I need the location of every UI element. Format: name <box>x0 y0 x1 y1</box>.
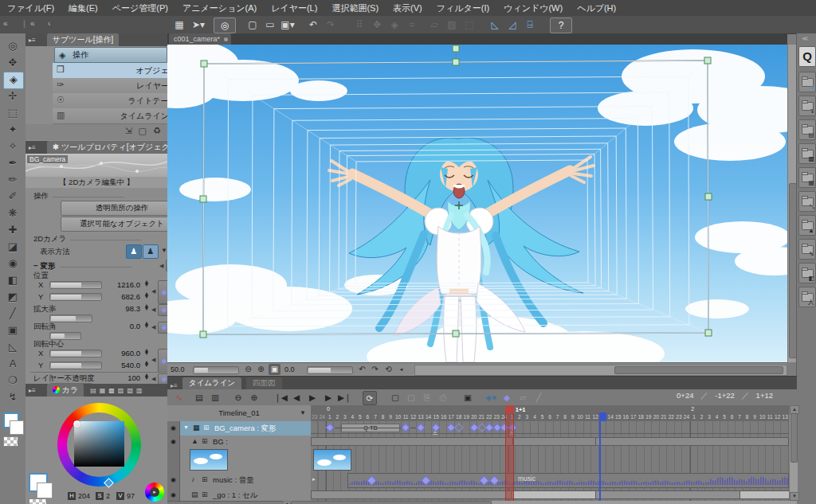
stepper[interactable]: ▲▼ <box>143 304 150 311</box>
zoom-tool[interactable]: ◎ <box>3 38 22 54</box>
panel-menu-icon[interactable]: ▸≡ <box>171 382 178 389</box>
playhead-column[interactable] <box>505 405 515 501</box>
menu-4[interactable]: レイヤー(L) <box>264 0 324 16</box>
tab-timeline[interactable]: タイムライン <box>182 377 241 389</box>
timeline-zoom-in-icon[interactable]: ⊕ <box>248 391 261 404</box>
document-tab[interactable]: c001_camera* <box>169 33 231 45</box>
material-monochrome-pattern-button[interactable]: ▩ <box>798 143 816 164</box>
previous-frame-button[interactable]: ◀ <box>290 391 303 404</box>
track-bg-thumbnail[interactable] <box>167 447 311 472</box>
color-set-tab[interactable]: ▦ <box>100 387 106 394</box>
auto-select-tool[interactable]: ✦ <box>3 122 22 138</box>
panel-menu-icon[interactable]: ▸≡ <box>29 387 36 394</box>
menu-6[interactable]: 表示(V) <box>386 0 430 16</box>
stepper[interactable]: ▲▼ <box>143 373 150 380</box>
material-pen-button[interactable]: ✎ <box>798 239 816 260</box>
undo-icon[interactable]: ↶ <box>306 18 320 32</box>
keyframe-diamond[interactable] <box>417 423 426 432</box>
tab-close-icon[interactable] <box>224 37 228 41</box>
fit-to-screen-icon[interactable]: ▣ <box>269 364 280 375</box>
menu-5[interactable]: 選択範囲(S) <box>324 0 386 16</box>
eraser-tool[interactable]: ◪ <box>3 239 22 255</box>
figure-tool[interactable]: ╱ <box>3 306 22 322</box>
camera-keyframe-icon[interactable]: ◈▾ <box>484 391 497 404</box>
quick-access-palette-button[interactable]: Q <box>798 46 816 67</box>
bg-clip[interactable] <box>311 437 789 446</box>
material-pose-button[interactable]: 人 <box>798 287 816 307</box>
onion-skin-icon[interactable]: ▣ <box>461 391 474 404</box>
timeline-ruler[interactable]: 2324123456789101112131415161718192021222… <box>311 405 789 422</box>
rotation-slider[interactable] <box>307 366 353 374</box>
material-download-button[interactable]: ↴ <box>798 96 816 116</box>
prev-keyframe-icon[interactable]: ◀ <box>151 376 155 382</box>
snap-ruler-icon[interactable]: ◺ <box>488 18 502 32</box>
zoom-out-icon[interactable]: ⊖ <box>242 364 254 375</box>
prev-keyframe-icon[interactable]: ◀ <box>151 288 155 295</box>
expand-plus-icon[interactable]: ⊞ <box>202 475 208 483</box>
param-slider[interactable] <box>49 281 102 289</box>
gradient-tool[interactable]: ◩ <box>3 289 22 305</box>
expander-icon[interactable]: ▼ <box>183 424 189 430</box>
create-copy-icon[interactable]: ▢ <box>139 126 147 136</box>
bg-cel-thumbnail[interactable] <box>313 449 351 471</box>
open-file-icon[interactable]: ▭ <box>263 18 277 32</box>
color-history-tab[interactable]: ▧ <box>127 387 133 394</box>
saturation-value-square[interactable] <box>74 421 124 467</box>
timeline-curve-icon[interactable]: ∿ <box>173 391 186 404</box>
cel-clip-segment[interactable] <box>311 490 512 499</box>
expand-plus-icon[interactable]: ⊞ <box>202 490 208 498</box>
transparent-area-dropdown[interactable]: 透明箇所の操作▼ <box>61 201 183 216</box>
start-marker-head[interactable] <box>599 412 606 421</box>
add-keyframe-icon[interactable]: ◆ <box>500 391 513 404</box>
clip-studio-logo-button[interactable]: ◎ <box>214 18 236 33</box>
prev-keyframe-icon[interactable]: ◀ <box>159 263 163 269</box>
transparent-swatch-large[interactable] <box>29 498 47 504</box>
track-music-frames[interactable]: music▸ <box>311 471 789 490</box>
delete-subtool-icon[interactable]: ♻ <box>153 126 161 136</box>
stepper[interactable]: ▲▼ <box>143 322 150 328</box>
loop-play-button[interactable]: ⟳ <box>363 391 377 405</box>
zoom-in-icon[interactable]: ⊕ <box>255 364 267 375</box>
timeline-zoom-out-icon[interactable]: ⊖ <box>232 391 245 404</box>
display-method-full-button[interactable]: ♟ <box>143 244 159 259</box>
stepper[interactable]: ▲▼ <box>143 280 150 287</box>
chevron-down-icon[interactable]: ▼ <box>161 247 167 254</box>
material-card-button[interactable]: ▦ <box>798 167 816 188</box>
next-frame-button[interactable]: ▶ <box>322 391 335 404</box>
panel-menu-icon[interactable]: ▸≡ <box>29 144 36 151</box>
intermediate-color-tab[interactable]: ▩ <box>108 387 115 394</box>
prev-keyframe-icon[interactable]: ◀ <box>151 357 155 363</box>
expand-plus-icon[interactable]: ⊞ <box>202 437 208 445</box>
sub-color-swatch[interactable] <box>10 420 24 435</box>
correction-line-tool[interactable]: ↯ <box>3 389 22 405</box>
menu-3[interactable]: アニメーション(A) <box>175 0 264 16</box>
cel-clip-segment[interactable] <box>512 490 596 499</box>
selectable-object-dropdown[interactable]: 選択可能なオブジェクト▼ <box>61 217 183 232</box>
color-mixing-tab[interactable]: ▥ <box>136 387 143 394</box>
rotate-right-icon[interactable]: ↷ <box>369 364 381 375</box>
menu-2[interactable]: ページ管理(P) <box>105 0 175 16</box>
back-palette-button[interactable]: ‹ <box>48 19 50 28</box>
menu-1[interactable]: 編集(E) <box>61 0 105 16</box>
cel-display2-icon[interactable]: ▥ <box>209 391 222 404</box>
snap-grid-icon[interactable]: ⍈ <box>523 18 537 32</box>
material-3d-button[interactable]: ◧ <box>798 263 816 283</box>
material-shrink-button[interactable]: ⤡ <box>798 191 816 212</box>
param-slider[interactable] <box>49 322 51 330</box>
move-tool[interactable]: ✥ <box>3 55 22 71</box>
menu-9[interactable]: ヘルプ(H) <box>570 0 623 16</box>
stepper[interactable]: ▲▼ <box>143 292 150 299</box>
track-bg-camera[interactable]: ◉▼▦⊞BG_camera : 変形 <box>167 421 311 436</box>
frame-border-tool[interactable]: ▣ <box>3 322 22 338</box>
decoration-tool[interactable]: ✚ <box>3 222 22 238</box>
color-wheel-tab[interactable]: カラ <box>47 384 84 397</box>
approximate-color-tab[interactable]: ▨ <box>118 387 124 394</box>
cel-clip-segment[interactable] <box>740 490 790 499</box>
track-bg-thumbnail-frames[interactable] <box>311 447 789 472</box>
timeline-horizontal-scrollbar[interactable]: ◂ <box>283 501 797 504</box>
airbrush-tool[interactable]: ❋ <box>3 205 22 221</box>
cursor-mode-icon[interactable]: ➤▾ <box>191 18 206 32</box>
scroll-left-icon[interactable]: ◂ <box>283 501 291 504</box>
param-slider[interactable] <box>49 361 102 369</box>
stepper[interactable]: ▲▼ <box>143 361 150 367</box>
